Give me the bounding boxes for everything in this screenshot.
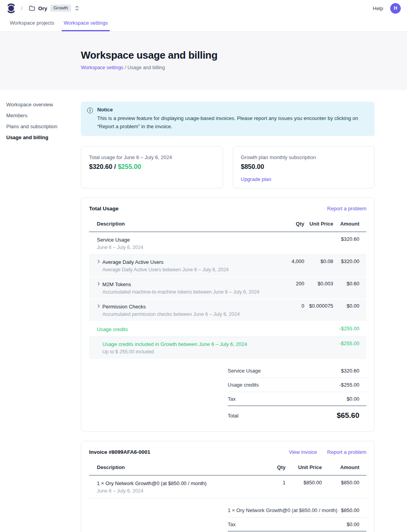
content-column: i Notice This is a preview feature for d… (81, 102, 375, 532)
row-title: Usage credits included in Growth between… (102, 341, 247, 347)
breadcrumb-current: Usage and billing (127, 65, 165, 70)
invoice-table-header: Description Qty Unit Price Amount (89, 460, 366, 476)
plan-amount: $850.00 (241, 163, 367, 170)
row-amount: $0.60 (333, 281, 359, 287)
summary-row-plan-line: 1 × Ory Network Growth@0 (at $850.00 / m… (228, 503, 366, 518)
table-row-daily-active-users[interactable]: Average Daily Active Users Average Daily… (89, 255, 366, 277)
total-usage-panel: Total Usage Report a problem Description… (81, 197, 375, 432)
breadcrumb: Workspace settings / Usage and billing (81, 65, 407, 70)
chevron-right-icon[interactable] (97, 282, 102, 286)
folder-icon (29, 5, 35, 11)
row-subtitle: Up to $ 255.00 included (102, 349, 333, 355)
main-area: Workspace overview Members Plans and sub… (0, 90, 407, 532)
row-description: M2M Tokens Accumulated machine-to-machin… (102, 281, 278, 295)
table-row-m2m-tokens[interactable]: M2M Tokens Accumulated machine-to-machin… (89, 277, 366, 299)
summary-label: Tax (228, 521, 236, 527)
sidebar-item-workspace-overview[interactable]: Workspace overview (6, 102, 81, 107)
workspace-switcher[interactable]: Ory Growth (29, 5, 79, 12)
row-unit-price: $0.003 (304, 281, 333, 287)
workspace-name: Ory (38, 5, 47, 11)
sidebar-item-members[interactable]: Members (6, 113, 81, 118)
summary-row-total: Total $65.60 (228, 406, 366, 425)
usage-amount-credit: $255.00 (118, 163, 141, 170)
plan-label: Growth plan monthly subscription (241, 154, 367, 160)
invoice-panel: Invoice #8099AFA6-0001 View invoice Repo… (81, 441, 375, 532)
total-usage-label: Total usage for June 6 – July 6, 2024 (89, 154, 215, 160)
row-subtitle: June 6 – July 6, 2024 (97, 488, 260, 494)
row-unit-price: $0.000075 (304, 303, 333, 309)
page-title: Workspace usage and billing (81, 50, 407, 61)
summary-row-service-usage: Service Usage $320.60 (228, 364, 366, 378)
notice-body: This is a preview feature for displaying… (97, 114, 365, 131)
chevron-right-icon[interactable] (97, 304, 102, 308)
row-subtitle: Accumulated permission checks between Ju… (102, 312, 278, 317)
notice-title: Notice (97, 107, 365, 113)
table-row-service-usage: Service Usage June 6 – July 6, 2024 $320… (89, 232, 366, 255)
notice-text: Notice This is a preview feature for dis… (97, 107, 365, 131)
summary-row-usage-credits: Usage credits -$255.00 (228, 378, 366, 392)
table-row-invoice-line: 1 × Ory Network Growth@0 (at $850.00 / m… (89, 476, 366, 498)
row-subtitle: Accumulated machine-to-machine tokens be… (102, 289, 278, 295)
info-icon: i (87, 107, 93, 113)
row-title: M2M Tokens (102, 281, 131, 287)
usage-panel-title: Total Usage (89, 206, 119, 211)
row-title: 1 × Ory Network Growth@0 (at $850.00 / m… (97, 480, 207, 486)
row-description: Usage credits (97, 326, 333, 333)
summary-value: $850.00 (341, 507, 359, 513)
invoice-table: Description Qty Unit Price Amount 1 × Or… (89, 460, 366, 498)
row-amount: $320.00 (333, 258, 359, 265)
table-row-permission-checks[interactable]: Permission Checks Accumulated permission… (89, 299, 366, 322)
row-title: Average Daily Active Users (102, 259, 164, 265)
row-qty: 200 (278, 281, 304, 287)
col-unit-price: Unit Price (286, 464, 322, 470)
col-qty: Qty (278, 221, 304, 227)
total-value: $65.60 (337, 411, 359, 420)
preview-notice: i Notice This is a preview feature for d… (81, 102, 375, 136)
view-invoice-link[interactable]: View invoice (289, 449, 317, 455)
row-description: Permission Checks Accumulated permission… (102, 303, 278, 317)
usage-panel-head: Total Usage Report a problem (89, 206, 366, 211)
summary-value: $0.00 (346, 396, 359, 402)
report-problem-link[interactable]: Report a problem (327, 449, 366, 455)
row-title: Usage credits (97, 326, 128, 332)
total-usage-card: Total usage for June 6 – July 6, 2024 $3… (81, 146, 223, 188)
topbar-separator: / (21, 5, 23, 11)
summary-cards: Total usage for June 6 – July 6, 2024 $3… (81, 146, 375, 188)
invoice-summary: 1 × Ory Network Growth@0 (at $850.00 / m… (228, 503, 366, 532)
sidebar-item-usage-billing[interactable]: Usage and billing (6, 134, 81, 140)
invoice-panel-head: Invoice #8099AFA6-0001 View invoice Repo… (89, 449, 366, 455)
usage-amount-used: $320.60 (89, 163, 112, 170)
invoice-title: Invoice #8099AFA6-0001 (89, 449, 150, 455)
row-qty: 0 (278, 303, 304, 309)
tab-workspace-projects[interactable]: Workspace projects (8, 16, 56, 31)
tab-workspace-settings[interactable]: Workspace settings (62, 16, 110, 31)
breadcrumb-settings-link[interactable]: Workspace settings (81, 65, 123, 70)
total-usage-amount: $320.60 / $255.00 (89, 163, 215, 170)
summary-value: $0.00 (346, 521, 359, 527)
col-description: Description (97, 221, 278, 227)
row-description: 1 × Ory Network Growth@0 (at $850.00 / m… (97, 480, 260, 494)
report-problem-link[interactable]: Report a problem (327, 206, 366, 211)
row-amount: $0.00 (333, 303, 359, 309)
table-row-usage-credits: Usage credits -$255.00 (89, 322, 366, 337)
usage-table: Description Qty Unit Price Amount Servic… (89, 217, 366, 359)
row-description: Service Usage June 6 – July 6, 2024 (97, 236, 278, 251)
chevron-updown-icon[interactable] (75, 5, 79, 11)
help-link[interactable]: Help (373, 5, 383, 11)
row-amount: -$255.00 (333, 340, 359, 347)
usage-summary: Service Usage $320.60 Usage credits -$25… (228, 364, 366, 425)
sidebar-item-plans-subscription[interactable]: Plans and subscription (6, 124, 81, 129)
upgrade-plan-link[interactable]: Upgrade plan (241, 176, 271, 182)
row-title: Service Usage (97, 237, 130, 243)
summary-label: Tax (228, 396, 236, 402)
plan-card: Growth plan monthly subscription $850.00… (233, 146, 375, 188)
ory-logo-icon[interactable] (6, 2, 16, 14)
table-row-usage-credits-detail: Usage credits included in Growth between… (89, 337, 366, 359)
col-qty: Qty (260, 464, 286, 470)
top-bar: / Ory Growth Help H (0, 0, 407, 16)
chevron-right-icon[interactable] (97, 260, 102, 263)
avatar[interactable]: H (390, 3, 401, 14)
row-description: Average Daily Active Users Average Daily… (102, 258, 278, 273)
workspace-tabs: Workspace projects Workspace settings (0, 16, 407, 32)
row-amount: $850.00 (322, 480, 359, 486)
